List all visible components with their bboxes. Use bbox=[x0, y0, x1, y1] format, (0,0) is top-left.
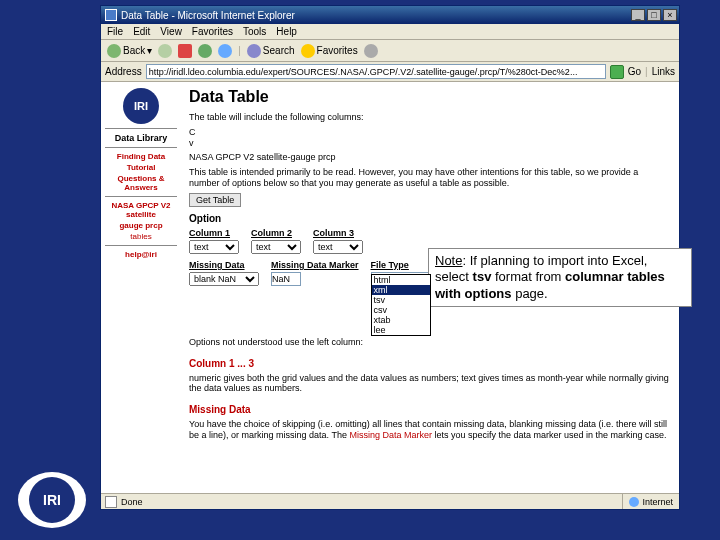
options-desc: Options not understood use the left colu… bbox=[189, 337, 671, 348]
footer-iri-logo: IRI bbox=[18, 472, 86, 528]
statusbar: Done Internet bbox=[101, 493, 679, 509]
col3-label: Column 3 bbox=[313, 228, 363, 238]
sidebar-qa[interactable]: Questions & Answers bbox=[105, 174, 177, 192]
page-icon bbox=[105, 496, 117, 508]
note-callout: Note: If planning to import into Excel, … bbox=[428, 248, 692, 307]
favorites-button[interactable]: Favorites bbox=[301, 44, 358, 58]
missing-marker-label: Missing Data Marker bbox=[271, 260, 359, 270]
go-icon[interactable] bbox=[610, 65, 624, 79]
menu-help[interactable]: Help bbox=[276, 26, 297, 37]
filetype-opt-xml[interactable]: xml bbox=[372, 285, 430, 295]
get-table-button[interactable]: Get Table bbox=[189, 193, 241, 207]
sidebar-finding-data[interactable]: Finding Data bbox=[105, 152, 177, 161]
home-icon[interactable] bbox=[218, 44, 232, 58]
col13-head: Column 1 ... 3 bbox=[189, 358, 671, 369]
filetype-opt-html[interactable]: html bbox=[372, 275, 430, 285]
col2-label: Column 2 bbox=[251, 228, 301, 238]
page-title: Data Table bbox=[189, 88, 671, 106]
missing-desc: You have the choice of skipping (i.e. om… bbox=[189, 419, 671, 441]
dataset-line: NASA GPCP V2 satellite-gauge prcp bbox=[189, 152, 671, 163]
missing-marker-input[interactable] bbox=[271, 272, 301, 286]
note-prefix: Note bbox=[435, 253, 462, 268]
titlebar: Data Table - Microsoft Internet Explorer… bbox=[101, 6, 679, 24]
menu-tools[interactable]: Tools bbox=[243, 26, 266, 37]
status-text: Done bbox=[121, 497, 143, 507]
links-label[interactable]: Links bbox=[652, 66, 675, 77]
menu-view[interactable]: View bbox=[160, 26, 182, 37]
note-tsv: tsv bbox=[473, 269, 492, 284]
back-icon bbox=[107, 44, 121, 58]
refresh-icon[interactable] bbox=[198, 44, 212, 58]
missing-marker-link[interactable]: Missing Data Marker bbox=[349, 430, 432, 440]
col1-label: Column 1 bbox=[189, 228, 239, 238]
menu-favorites[interactable]: Favorites bbox=[192, 26, 233, 37]
col13-desc: numeric gives both the grid values and t… bbox=[189, 373, 671, 395]
options-head: Option bbox=[189, 213, 671, 224]
stop-icon[interactable] bbox=[178, 44, 192, 58]
globe-icon bbox=[629, 497, 639, 507]
address-bar: Address Go | Links bbox=[101, 62, 679, 82]
sidebar-data-library[interactable]: Data Library bbox=[105, 133, 177, 143]
filetype-opt-tsv[interactable]: tsv bbox=[372, 295, 430, 305]
close-button[interactable]: × bbox=[663, 9, 677, 21]
sidebar-tables[interactable]: tables bbox=[105, 232, 177, 241]
minimize-button[interactable]: _ bbox=[631, 9, 645, 21]
go-label[interactable]: Go bbox=[628, 66, 641, 77]
usage-text: This table is intended primarily to be r… bbox=[189, 167, 671, 189]
security-zone: Internet bbox=[622, 494, 679, 509]
address-input[interactable] bbox=[146, 64, 606, 79]
menu-file[interactable]: File bbox=[107, 26, 123, 37]
missing-data-label: Missing Data bbox=[189, 260, 259, 270]
window-title: Data Table - Microsoft Internet Explorer bbox=[121, 10, 295, 21]
filetype-opt-xtab[interactable]: xtab bbox=[372, 315, 430, 325]
iri-logo: IRI bbox=[123, 88, 159, 124]
filetype-dropdown: html xml tsv csv xtab lee bbox=[371, 274, 431, 336]
address-label: Address bbox=[105, 66, 142, 77]
missing-data-select[interactable]: blank NaN bbox=[189, 272, 259, 286]
menu-edit[interactable]: Edit bbox=[133, 26, 150, 37]
search-icon bbox=[247, 44, 261, 58]
missing-head: Missing Data bbox=[189, 404, 671, 415]
chevron-down-icon: ▾ bbox=[147, 45, 152, 56]
media-icon[interactable] bbox=[364, 44, 378, 58]
sidebar-dataset2[interactable]: gauge prcp bbox=[105, 221, 177, 230]
col2-select[interactable]: text bbox=[251, 240, 301, 254]
search-button[interactable]: Search bbox=[247, 44, 295, 58]
ie-icon bbox=[105, 9, 117, 21]
sidebar-tutorial[interactable]: Tutorial bbox=[105, 163, 177, 172]
toolbar: Back ▾ | Search Favorites bbox=[101, 40, 679, 62]
sidebar: IRI Data Library Finding Data Tutorial Q… bbox=[101, 82, 181, 493]
sidebar-dataset1[interactable]: NASA GPCP V2 satellite bbox=[105, 201, 177, 219]
col3-select[interactable]: text bbox=[313, 240, 363, 254]
filetype-opt-csv[interactable]: csv bbox=[372, 305, 430, 315]
sidebar-help[interactable]: help@iri bbox=[105, 250, 177, 259]
back-button[interactable]: Back ▾ bbox=[107, 44, 152, 58]
menubar: File Edit View Favorites Tools Help bbox=[101, 24, 679, 40]
maximize-button[interactable]: □ bbox=[647, 9, 661, 21]
intro-text: The table will include the following col… bbox=[189, 112, 671, 123]
filetype-opt-lee[interactable]: lee bbox=[372, 325, 430, 335]
cols-short: C v bbox=[189, 127, 671, 149]
star-icon bbox=[301, 44, 315, 58]
col1-select[interactable]: text bbox=[189, 240, 239, 254]
forward-icon[interactable] bbox=[158, 44, 172, 58]
filetype-label: File Type bbox=[371, 260, 431, 270]
